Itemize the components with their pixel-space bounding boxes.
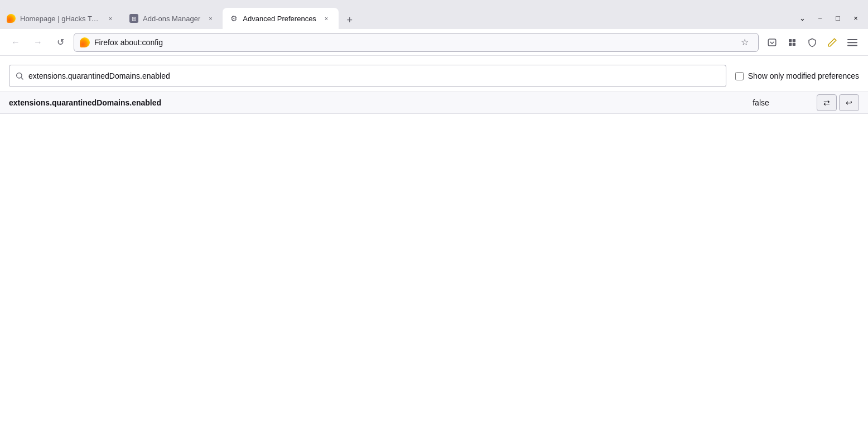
extensions-icon [787, 37, 797, 47]
puzzle-tab-icon: ⊞ [129, 14, 138, 23]
svg-rect-6 [847, 42, 857, 43]
tab-addons-label: Add-ons Manager [143, 15, 200, 23]
close-button[interactable]: × [848, 10, 864, 26]
address-domain: Firefox about:config [94, 38, 163, 47]
reset-icon: ↩ [846, 98, 852, 107]
toolbar-right [763, 33, 861, 51]
search-input-wrapper[interactable] [9, 65, 726, 87]
extensions-button[interactable] [783, 33, 801, 51]
svg-rect-4 [793, 42, 795, 45]
bookmark-button[interactable]: ☆ [737, 35, 753, 50]
svg-rect-2 [793, 39, 795, 42]
toggle-icon: ⇄ [823, 98, 830, 107]
modified-preferences-label[interactable]: Show only modified preferences [735, 71, 859, 80]
firefox-tab-icon [7, 14, 16, 23]
search-icon [15, 71, 24, 80]
back-button[interactable]: ← [7, 33, 25, 51]
tab-homepage-label: Homepage | gHacks Technolog... [20, 15, 100, 23]
svg-rect-0 [768, 39, 776, 46]
reload-button[interactable]: ↺ [51, 33, 69, 51]
tab-addons[interactable]: ⊞ Add-ons Manager × [123, 8, 223, 29]
svg-rect-1 [789, 39, 792, 42]
shield-icon [807, 37, 817, 47]
results-container: extensions.quarantinedDomains.enabled fa… [0, 92, 868, 114]
window-controls: ⌄ − □ × [794, 10, 868, 29]
page-content: Show only modified preferences extension… [0, 56, 868, 437]
modified-preferences-checkbox[interactable] [735, 72, 744, 80]
tab-advanced-label: Advanced Preferences [243, 15, 316, 23]
svg-rect-3 [789, 42, 792, 45]
preference-value: false [705, 98, 817, 107]
new-tab-button[interactable]: + [341, 11, 359, 29]
tab-advanced-close[interactable]: × [321, 13, 332, 24]
gear-tab-icon: ⚙ [229, 14, 238, 23]
address-scheme: Firefox [94, 38, 118, 47]
preference-name: extensions.quarantinedDomains.enabled [9, 98, 705, 107]
pen-icon [827, 37, 837, 47]
tab-list-button[interactable]: ⌄ [794, 10, 810, 26]
reset-button[interactable]: ↩ [839, 94, 859, 111]
svg-rect-7 [847, 45, 857, 46]
pen-button[interactable] [823, 33, 841, 51]
pocket-icon [767, 37, 777, 47]
navigation-bar: ← → ↺ Firefox about:config ☆ [0, 29, 868, 56]
tab-addons-close[interactable]: × [205, 13, 216, 24]
tab-homepage-close[interactable]: × [105, 13, 116, 24]
shield-button[interactable] [803, 33, 821, 51]
search-input[interactable] [28, 71, 720, 80]
minimize-button[interactable]: − [812, 10, 828, 26]
search-bar: Show only modified preferences [9, 65, 859, 87]
result-actions: ⇄ ↩ [817, 94, 859, 111]
menu-button[interactable] [843, 33, 861, 51]
pocket-button[interactable] [763, 33, 781, 51]
tab-homepage[interactable]: Homepage | gHacks Technolog... × [0, 8, 123, 29]
hamburger-icon [847, 37, 857, 47]
address-path: about:config [120, 38, 163, 47]
maximize-button[interactable]: □ [830, 10, 846, 26]
tab-bar: Homepage | gHacks Technolog... × ⊞ Add-o… [0, 0, 868, 29]
address-bar[interactable]: Firefox about:config ☆ [74, 33, 759, 52]
modified-preferences-text: Show only modified preferences [748, 71, 859, 80]
forward-button[interactable]: → [29, 33, 47, 51]
tab-advanced[interactable]: ⚙ Advanced Preferences × [223, 8, 339, 29]
table-row: extensions.quarantinedDomains.enabled fa… [0, 92, 868, 114]
svg-rect-5 [847, 39, 857, 40]
toggle-button[interactable]: ⇄ [817, 94, 837, 111]
firefox-icon [80, 37, 90, 47]
